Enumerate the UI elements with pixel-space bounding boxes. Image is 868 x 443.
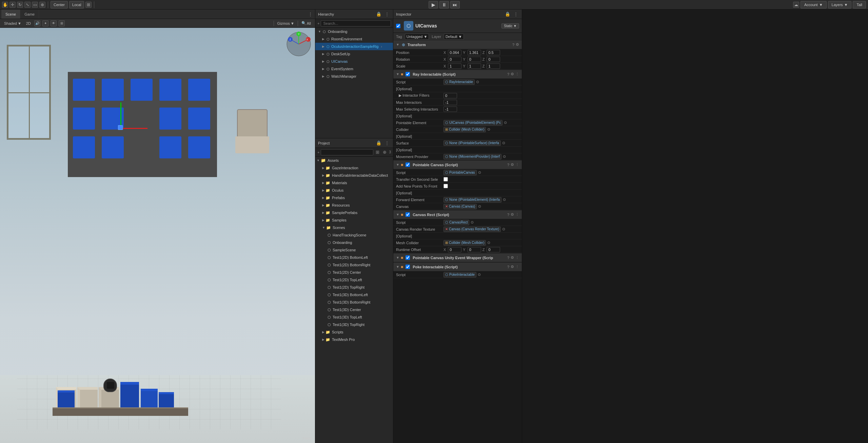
ray-script-ref[interactable]: ⬡ RayInteractable bbox=[443, 79, 475, 85]
scale-y-val[interactable]: 1 bbox=[468, 63, 481, 69]
grid-scene-icon[interactable]: ⊞ bbox=[59, 20, 65, 26]
tree-resources[interactable]: ▶ 📁 Resources bbox=[315, 201, 393, 209]
ray-interactable-header[interactable]: ▼ ■ Ray Interactable (Script) ? ⚙ ⋮ bbox=[393, 70, 522, 79]
hand-tool[interactable]: ✋ bbox=[2, 2, 8, 8]
tall-btn[interactable]: Tall bbox=[853, 1, 866, 8]
layer-dropdown[interactable]: Default ▼ bbox=[444, 34, 464, 40]
inspector-menu-btn[interactable]: ⋮ bbox=[513, 12, 519, 17]
ro-y-val[interactable]: 0 bbox=[468, 247, 481, 252]
scale-x-val[interactable]: 1 bbox=[448, 63, 461, 69]
tree-handtracking[interactable]: ⬡ HandTrackingScene bbox=[315, 231, 393, 239]
cr-settings-btn[interactable]: ⚙ bbox=[511, 212, 514, 217]
project-filter-btn[interactable]: ⊕ bbox=[382, 150, 388, 155]
fe-ref[interactable]: ⬡ None (IPointableElement) (Interfa bbox=[443, 197, 501, 203]
poke-header[interactable]: ▼ ■ Poke Interactable (Script) ? ⚙ ⋮ bbox=[393, 263, 522, 271]
audio-icon[interactable]: 🔊 bbox=[34, 20, 40, 26]
max-selecting-val[interactable]: -1 bbox=[443, 107, 457, 112]
pc-settings-btn[interactable]: ⚙ bbox=[511, 162, 514, 167]
pivot-local-btn[interactable]: Local bbox=[69, 1, 84, 8]
add-new-checkbox[interactable] bbox=[443, 184, 448, 188]
pe-select-btn[interactable]: ⊙ bbox=[504, 120, 507, 125]
scale-z-val[interactable]: 1 bbox=[487, 63, 500, 69]
grid-icon[interactable]: ⊞ bbox=[85, 2, 92, 8]
tab-scene[interactable]: Scene bbox=[1, 9, 20, 19]
move-tool[interactable]: ✛ bbox=[9, 2, 16, 8]
pc-script-ref[interactable]: ⬡ PointableCanvas bbox=[443, 170, 477, 175]
hierarchy-search-input[interactable] bbox=[321, 20, 391, 26]
tree-item-onboarding[interactable]: ▼ ⬡ Onboarding bbox=[315, 28, 393, 35]
cr-script-ref[interactable]: ⬡ CanvasRect bbox=[443, 220, 469, 225]
project-menu-btn[interactable]: ⋮ bbox=[384, 140, 390, 146]
poke-dots-btn[interactable]: ⋮ bbox=[515, 265, 519, 269]
cloud-icon[interactable]: ☁ bbox=[793, 2, 799, 8]
cr-header[interactable]: ▼ ■ Canvas Rect (Script) ? ⚙ ⋮ bbox=[393, 210, 522, 219]
2d-toggle[interactable]: 2D bbox=[25, 21, 32, 26]
tree-test2d-c[interactable]: ⬡ Test1(2D) Center bbox=[315, 269, 393, 276]
crt-ref[interactable]: ✕ Canvas (Canvas Render Texture) bbox=[443, 227, 501, 232]
poke-settings-btn[interactable]: ⚙ bbox=[511, 265, 514, 269]
ray-dots-btn[interactable]: ⋮ bbox=[515, 72, 519, 76]
layers-btn[interactable]: Layers ▼ bbox=[828, 1, 852, 8]
scene-vis-icon[interactable]: 👁 bbox=[51, 20, 57, 26]
tree-textmeshpro[interactable]: ▶ 📁 TextMesh Pro bbox=[315, 336, 393, 343]
tree-test3d-tr[interactable]: ⬡ Test1(3D) TopRight bbox=[315, 321, 393, 328]
pivot-center-btn[interactable]: Center bbox=[51, 1, 68, 8]
pcuew-settings-btn[interactable]: ⚙ bbox=[511, 255, 514, 260]
tree-prefabs[interactable]: ▶ 📁 Prefabs bbox=[315, 194, 393, 201]
collider-select-btn[interactable]: ⊙ bbox=[487, 127, 490, 132]
rot-z-val[interactable]: 0 bbox=[487, 57, 500, 62]
tree-onboarding-scene[interactable]: ⬡ Onboarding bbox=[315, 239, 393, 246]
tree-scenes[interactable]: ▼ 📁 Scenes bbox=[315, 224, 393, 231]
static-badge[interactable]: Static ▼ bbox=[501, 23, 519, 28]
crt-select-btn[interactable]: ⊙ bbox=[502, 227, 505, 231]
tree-item-eventsystem[interactable]: ▶ ⬡ EventSystem bbox=[315, 65, 393, 73]
pause-button[interactable]: ⏸ bbox=[439, 1, 449, 8]
hierarchy-add-btn[interactable]: + bbox=[317, 21, 319, 25]
search-all-btn[interactable]: 🔍 All bbox=[300, 21, 312, 26]
tree-oculus[interactable]: ▶ 📁 Oculus bbox=[315, 187, 393, 194]
surface-ref[interactable]: ⬡ None (IPointableSurface) (Interfa bbox=[443, 140, 501, 146]
tree-test2d-tl[interactable]: ⬡ Test1(2D) TopLeft bbox=[315, 276, 393, 284]
mp-select-btn[interactable]: ⊙ bbox=[503, 154, 506, 159]
cr-script-select-btn[interactable]: ⊙ bbox=[471, 220, 474, 225]
fx-icon[interactable]: ✦ bbox=[42, 20, 48, 26]
transform-tool[interactable]: ⊕ bbox=[39, 2, 45, 8]
inspector-lock-btn[interactable]: 🔒 bbox=[504, 12, 511, 17]
ro-z-val[interactable]: 0 bbox=[487, 247, 500, 252]
transform-settings-btn[interactable]: ⚙ bbox=[516, 42, 519, 47]
pcuew-header[interactable]: ▼ ■ Pointable Canvas Unity Event Wrapper… bbox=[393, 253, 522, 262]
step-button[interactable]: ⏭ bbox=[450, 1, 460, 8]
tree-sampleprefabs[interactable]: ▶ 📁 SamplePrefabs bbox=[315, 209, 393, 216]
pc-script-select-btn[interactable]: ⊙ bbox=[478, 170, 481, 175]
tree-assets[interactable]: ▼ 📁 Assets bbox=[315, 157, 393, 164]
tree-gazeinteraction[interactable]: ▶ 📁 GazeInteraction bbox=[315, 164, 393, 172]
tree-test3d-tl[interactable]: ⬡ Test1(3D) TopLeft bbox=[315, 313, 393, 321]
pc-dots-btn[interactable]: ⋮ bbox=[515, 162, 519, 167]
pc-enable-checkbox[interactable] bbox=[406, 162, 410, 167]
account-btn[interactable]: Account ▼ bbox=[801, 1, 827, 8]
pos-x-val[interactable]: 0.064 bbox=[448, 50, 461, 55]
cr-enable-checkbox[interactable] bbox=[406, 212, 410, 217]
poke-help-btn[interactable]: ? bbox=[507, 265, 509, 269]
tree-item-oculus[interactable]: ▶ ⬡ OculusInteractionSampleRig › bbox=[315, 43, 393, 50]
project-add-btn[interactable]: + bbox=[317, 150, 319, 154]
play-button[interactable]: ▶ bbox=[429, 1, 438, 8]
project-search-input[interactable] bbox=[321, 149, 373, 155]
ray-enable-checkbox[interactable] bbox=[406, 72, 410, 76]
fe-select-btn[interactable]: ⊙ bbox=[503, 197, 506, 202]
object-enable-checkbox[interactable] bbox=[396, 24, 400, 28]
poke-enable-checkbox[interactable] bbox=[406, 265, 410, 269]
poke-script-ref[interactable]: ⬡ PokeInteractable bbox=[443, 272, 476, 277]
ray-help-btn[interactable]: ? bbox=[507, 72, 509, 76]
shaded-dropdown[interactable]: Shaded ▼ bbox=[3, 21, 23, 26]
tree-handgrab[interactable]: ▶ 📁 HandGrabInteractableDataCollect bbox=[315, 172, 393, 179]
tree-samples[interactable]: ▶ 📁 Samples bbox=[315, 216, 393, 224]
hierarchy-menu-btn[interactable]: ⋮ bbox=[384, 12, 390, 17]
tree-test2d-br[interactable]: ⬡ Test1(2D) BottomRight bbox=[315, 261, 393, 269]
rot-x-val[interactable]: 0 bbox=[448, 57, 461, 62]
cr-help-btn[interactable]: ? bbox=[507, 212, 509, 217]
canvas-select-btn[interactable]: ⊙ bbox=[478, 204, 481, 209]
scale-tool[interactable]: ⤡ bbox=[24, 2, 31, 8]
pcuew-enable-checkbox[interactable] bbox=[406, 255, 410, 260]
tree-item-uicanvas[interactable]: ▶ ⬡ UICanvas bbox=[315, 58, 393, 65]
